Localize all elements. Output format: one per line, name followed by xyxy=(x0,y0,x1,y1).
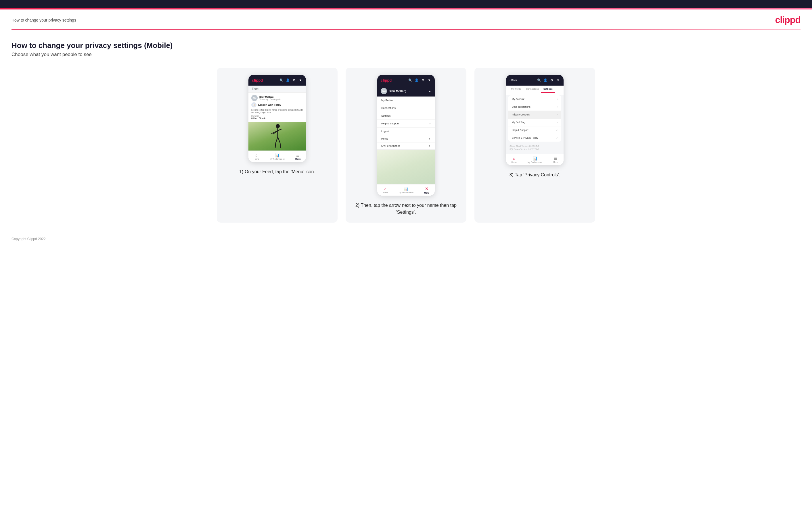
menu-username: Blair McHarg xyxy=(389,90,407,93)
user-icon-3: 👤 xyxy=(544,78,548,82)
user-icon-2: 👤 xyxy=(415,78,419,82)
duration-value: 01 hr : 30 min xyxy=(251,117,303,119)
lesson-icon: 📋 xyxy=(251,102,256,107)
chevron-down-icon-perf: ▼ xyxy=(428,145,431,147)
tab-connections[interactable]: Connections xyxy=(524,86,541,93)
phone-3-bottom-nav: ⌂ Home 📊 My Performance ☰ Menu xyxy=(506,154,564,165)
version-sql: SQL Server Version: 2022.7.30-1 xyxy=(509,148,560,151)
page-heading: How to change your privacy settings (Mob… xyxy=(11,41,801,50)
settings-item-my-golf-bag[interactable]: My Golf Bag › xyxy=(508,119,561,126)
search-icon-2: 🔍 xyxy=(408,78,412,82)
svg-line-8 xyxy=(280,143,281,148)
performance-label-2: My Performance xyxy=(399,191,413,193)
menu-item-help[interactable]: Help & Support xyxy=(377,120,435,127)
performance-label: My Performance xyxy=(270,158,285,160)
phone-1-bottom-nav: ⌂ Home 📊 My Performance ☰ Menu xyxy=(248,151,306,162)
post-username: Blair McHarg xyxy=(259,96,281,98)
data-integrations-label: Data Integrations xyxy=(512,105,530,108)
user-icon: 👤 xyxy=(286,78,290,82)
home-icon-2: ⌂ xyxy=(384,187,387,191)
tab-my-profile[interactable]: My Profile xyxy=(509,86,524,93)
main-content: How to change your privacy settings (Mob… xyxy=(0,30,812,231)
more-icon-3: ▼ xyxy=(556,78,560,82)
menu-user-left: BM Blair McHarg xyxy=(381,88,407,94)
performance-label-3: My Performance xyxy=(527,161,542,163)
top-bar xyxy=(0,0,812,8)
help-support-label: Help & Support xyxy=(512,129,528,131)
phone-1-topbar: clippd 🔍 👤 ⚙ ▼ xyxy=(248,75,306,86)
menu-avatar: BM xyxy=(381,88,387,94)
post-user-row: BM Blair McHarg Yesterday · Sunningdale xyxy=(251,95,303,101)
chevron-right-icon-4: › xyxy=(557,121,558,124)
settings-screen: My Account › Data Integrations › Privacy… xyxy=(506,95,564,154)
home-label-2: Home xyxy=(383,191,388,193)
nav-home-2: ⌂ Home xyxy=(383,187,388,193)
search-icon-3: 🔍 xyxy=(537,78,541,82)
step-3-phone: ‹ Back 🔍 👤 ⚙ ▼ My Profile Connections Se… xyxy=(506,75,564,165)
golfer-silhouette xyxy=(266,123,289,150)
nav-home: ⌂ Home xyxy=(254,153,259,160)
close-icon: ✕ xyxy=(425,186,429,191)
nav-menu-3: ☰ Menu xyxy=(553,156,558,163)
svg-point-0 xyxy=(276,124,280,128)
settings-icon: ⚙ xyxy=(292,78,296,82)
menu-item-connections[interactable]: Connections xyxy=(377,104,435,112)
nav-home-3: ⌂ Home xyxy=(511,156,517,163)
menu-label-3: Menu xyxy=(553,161,558,163)
my-account-label: My Account xyxy=(512,98,524,101)
settings-item-service-privacy[interactable]: Service & Privacy Policy ↗ xyxy=(508,134,561,142)
performance-icon-2: 📊 xyxy=(404,187,408,191)
step-2-card: clippd 🔍 👤 ⚙ ▼ BM Blair McHarg xyxy=(346,68,466,223)
post-date: Yesterday · Sunningdale xyxy=(259,98,281,100)
home-label: Home xyxy=(254,158,259,160)
svg-line-6 xyxy=(278,137,280,143)
service-privacy-label: Service & Privacy Policy xyxy=(512,136,538,139)
feed-tab: Feed xyxy=(248,86,306,93)
menu-label-2: Menu xyxy=(424,192,429,194)
settings-item-my-account[interactable]: My Account › xyxy=(508,95,561,103)
duration-row: Duration 01 hr : 30 min xyxy=(251,115,303,119)
home-icon-3: ⌂ xyxy=(513,156,515,161)
menu-item-profile[interactable]: My Profile xyxy=(377,97,435,104)
menu-section-performance[interactable]: My Performance ▼ xyxy=(377,143,435,150)
performance-icon: 📊 xyxy=(275,153,280,157)
logo: clippd xyxy=(775,15,801,25)
nav-menu-2: ✕ Menu xyxy=(424,186,429,194)
post-avatar: BM xyxy=(251,95,258,101)
back-chevron-icon: ‹ xyxy=(509,79,510,81)
menu-item-logout[interactable]: Logout xyxy=(377,127,435,135)
settings-icon-3: ⚙ xyxy=(550,78,554,82)
privacy-controls-label: Privacy Controls xyxy=(512,113,529,116)
settings-item-privacy-controls[interactable]: Privacy Controls › xyxy=(508,111,561,119)
menu-icon: ☰ xyxy=(296,153,300,157)
external-link-icon-1: ↗ xyxy=(556,129,558,131)
post-title-row: 📋 Lesson with Fordy xyxy=(251,102,303,107)
back-button[interactable]: ‹ Back xyxy=(509,79,517,81)
post-user-info: Blair McHarg Yesterday · Sunningdale xyxy=(259,96,281,100)
duration-label: Duration xyxy=(251,115,303,117)
step-1-card: clippd 🔍 👤 ⚙ ▼ Feed BM Blair McHar xyxy=(217,68,338,223)
settings-item-help-support[interactable]: Help & Support ↗ xyxy=(508,126,561,134)
tab-settings[interactable]: Settings xyxy=(541,86,555,93)
settings-back-bar: ‹ Back 🔍 👤 ⚙ ▼ xyxy=(506,75,564,86)
phone-1-logo: clippd xyxy=(252,78,263,82)
step-3-card: ‹ Back 🔍 👤 ⚙ ▼ My Profile Connections Se… xyxy=(474,68,595,223)
chevron-up-icon: ▲ xyxy=(428,90,431,93)
more-icon: ▼ xyxy=(299,78,303,82)
chevron-right-icon-3: › xyxy=(557,113,558,116)
step-2-phone: clippd 🔍 👤 ⚙ ▼ BM Blair McHarg xyxy=(377,75,435,195)
section-performance-label: My Performance xyxy=(381,145,400,147)
search-icon: 🔍 xyxy=(280,78,284,82)
nav-performance: 📊 My Performance xyxy=(270,153,285,160)
phone-2-icons: 🔍 👤 ⚙ ▼ xyxy=(408,78,431,82)
settings-item-data-integrations[interactable]: Data Integrations › xyxy=(508,103,561,111)
menu-section-home[interactable]: Home ▼ xyxy=(377,135,435,143)
svg-line-7 xyxy=(275,143,276,148)
menu-item-settings[interactable]: Settings xyxy=(377,112,435,120)
menu-overlay: BM Blair McHarg ▲ My Profile Connections… xyxy=(377,86,435,184)
external-link-icon-2: ↗ xyxy=(556,137,558,139)
svg-line-5 xyxy=(276,137,278,143)
my-golf-bag-label: My Golf Bag xyxy=(512,121,525,124)
settings-tabs: My Profile Connections Settings xyxy=(506,86,564,93)
phone-2-topbar: clippd 🔍 👤 ⚙ ▼ xyxy=(377,75,435,86)
